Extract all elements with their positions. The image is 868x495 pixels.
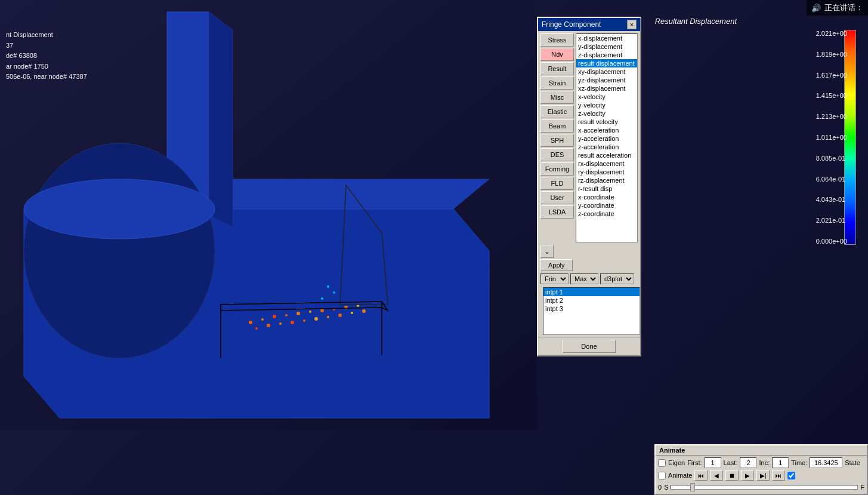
svg-point-13	[309, 310, 311, 313]
animate-checkbox[interactable]	[658, 472, 666, 479]
list-item-xz-disp[interactable]: xz-displacement	[576, 84, 637, 93]
fringe-btn-forming[interactable]: Forming	[540, 162, 574, 176]
list-item-z-vel[interactable]: z-velocity	[576, 109, 637, 118]
svg-point-24	[327, 316, 329, 318]
first-input[interactable]	[705, 457, 721, 468]
legend-value-8: 4.043e-01	[816, 196, 847, 203]
step-forward-button[interactable]: ▶|	[756, 470, 770, 481]
legend-value-0: 2.021e+00	[816, 30, 847, 37]
list-item-z-acc[interactable]: z-acceleration	[576, 143, 637, 151]
frin-dropdown[interactable]: Frin Avg Max	[540, 273, 569, 284]
fringe-btn-beam[interactable]: Beam	[540, 119, 574, 133]
chinese-label: 正在讲话：	[824, 2, 863, 13]
intpt-item-0[interactable]: intpt 1	[543, 288, 640, 296]
fringe-btn-misc[interactable]: Misc	[540, 91, 574, 104]
slider-thumb[interactable]	[690, 483, 695, 491]
svg-point-25	[338, 313, 342, 317]
svg-point-30	[321, 297, 323, 300]
svg-point-26	[351, 312, 353, 314]
top-left-info: nt Displacement 37 de# 63808 ar node# 17…	[6, 30, 87, 82]
animate-slider[interactable]	[671, 485, 858, 490]
fringe-list-panel: x-displacementy-displacementz-displaceme…	[576, 33, 638, 242]
fringe-btn-lsda[interactable]: LSDA	[540, 205, 574, 219]
list-item-rz-disp[interactable]: rz-displacement	[576, 176, 637, 185]
svg-point-23	[314, 317, 318, 321]
svg-point-27	[362, 309, 366, 313]
legend-value-1: 1.819e+00	[816, 51, 847, 58]
fringe-btn-ndv[interactable]: Ndv	[540, 48, 574, 61]
legend-value-7: 6.064e-01	[816, 176, 847, 183]
status-bar-chinese: 🔊 正在讲话：	[807, 0, 868, 16]
fringe-btn-elastic[interactable]: Elastic	[540, 105, 574, 118]
list-item-r-result-disp[interactable]: r-result disp	[576, 185, 637, 193]
svg-point-14	[320, 309, 324, 312]
speaking-icon: 🔊	[811, 4, 821, 13]
animate-label: Animate	[668, 472, 692, 479]
list-item-y-coord[interactable]: y-coordinate	[576, 201, 637, 210]
list-item-xy-disp[interactable]: xy-displacement	[576, 67, 637, 76]
stop-button[interactable]: ⏹	[725, 470, 739, 481]
fringe-close-button[interactable]: ×	[627, 20, 637, 29]
info-line5: 506e-06, near node# 47387	[6, 72, 87, 82]
fringe-btn-stress[interactable]: Stress	[540, 33, 574, 47]
list-item-yz-disp[interactable]: yz-displacement	[576, 76, 637, 84]
fringe-btn-result[interactable]: Result	[540, 62, 574, 75]
list-item-ry-disp[interactable]: ry-displacement	[576, 168, 637, 176]
intpt-item-1[interactable]: intpt 2	[543, 296, 640, 305]
apply-row: Apply	[538, 258, 640, 272]
inc-input[interactable]	[772, 457, 789, 468]
play-button[interactable]: ▶	[741, 470, 754, 481]
fringe-button-panel: StressNdvResultStrainMiscElasticBeamSPHD…	[540, 33, 574, 242]
chevron-button[interactable]: ⌄	[540, 245, 554, 258]
loop-checkbox[interactable]	[787, 472, 795, 479]
list-item-x-acc[interactable]: x-acceleration	[576, 126, 637, 134]
list-item-z-coord[interactable]: z-coordinate	[576, 210, 637, 218]
fringe-btn-user[interactable]: User	[540, 191, 574, 204]
fringe-btn-fld[interactable]: FLD	[540, 177, 574, 190]
list-item-z-disp[interactable]: z-displacement	[576, 51, 637, 59]
list-item-result-vel[interactable]: result velocity	[576, 118, 637, 126]
eigen-label: Eigen	[668, 459, 685, 466]
list-item-y-acc[interactable]: y-acceleration	[576, 134, 637, 143]
info-line4: ar node# 1750	[6, 62, 87, 72]
time-input[interactable]	[810, 457, 842, 468]
fringe-listbox[interactable]: x-displacementy-displacementz-displaceme…	[576, 33, 638, 242]
list-item-result-acc[interactable]: result acceleration	[576, 151, 637, 159]
eigen-checkbox[interactable]	[658, 459, 666, 467]
list-item-result-disp[interactable]: result displacement	[576, 59, 637, 67]
info-line2: 37	[6, 41, 87, 51]
svg-point-29	[333, 291, 335, 294]
svg-point-28	[327, 285, 329, 288]
slider-left-label: 0	[658, 484, 662, 491]
time-label: Time:	[791, 459, 807, 466]
max-dropdown[interactable]: Max Min Avg	[570, 273, 598, 284]
list-item-x-vel[interactable]: x-velocity	[576, 93, 637, 101]
svg-point-18	[255, 327, 258, 330]
list-item-x-disp[interactable]: x-displacement	[576, 34, 637, 42]
list-item-rx-disp[interactable]: rx-displacement	[576, 159, 637, 168]
fringe-body: StressNdvResultStrainMiscElasticBeamSPHD…	[538, 31, 640, 245]
slider-s-label: S	[664, 484, 668, 491]
list-item-y-disp[interactable]: y-displacement	[576, 42, 637, 51]
fringe-btn-sph[interactable]: SPH	[540, 134, 574, 147]
fringe-btn-des[interactable]: DES	[540, 148, 574, 161]
done-button[interactable]: Done	[563, 340, 615, 353]
intpt-item-2[interactable]: intpt 3	[543, 305, 640, 313]
list-item-y-vel[interactable]: y-velocity	[576, 101, 637, 109]
fringe-btn-strain[interactable]: Strain	[540, 76, 574, 90]
svg-point-19	[267, 324, 270, 327]
apply-button[interactable]: Apply	[540, 259, 573, 271]
legend-value-3: 1.415e+00	[816, 92, 847, 99]
last-input[interactable]	[740, 457, 756, 468]
svg-point-10	[273, 315, 276, 318]
d3plot-dropdown[interactable]: d3plot d3thdt	[600, 273, 634, 284]
svg-marker-5	[209, 12, 233, 227]
rewind-button[interactable]: ⏮	[694, 470, 708, 481]
result-displacement-label: Resultant Displacement	[655, 17, 737, 26]
step-back-button[interactable]: ◀	[710, 470, 723, 481]
fast-forward-button[interactable]: ⏭	[772, 470, 785, 481]
intpt-listbox[interactable]: intpt 1intpt 2intpt 3	[543, 287, 640, 335]
list-item-x-coord[interactable]: x-coordinate	[576, 193, 637, 201]
legend-value-9: 2.021e-01	[816, 217, 847, 224]
done-row: Done	[538, 337, 640, 355]
